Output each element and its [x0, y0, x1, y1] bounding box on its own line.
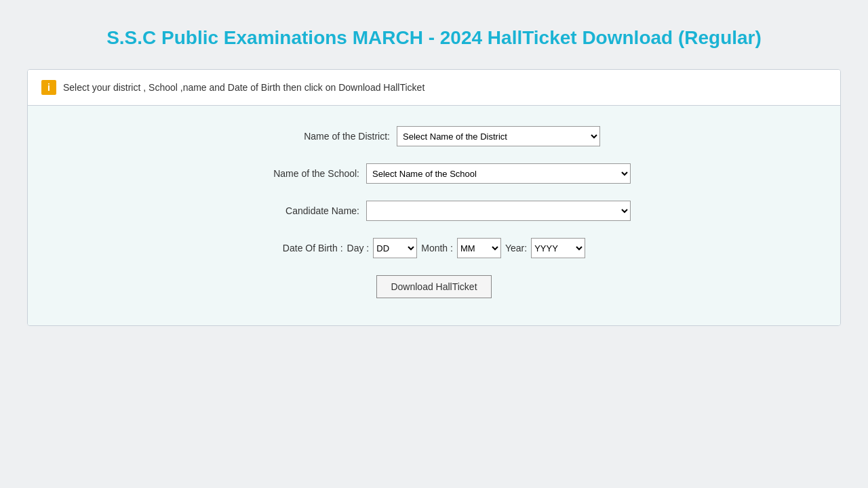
- day-select[interactable]: DD: [373, 238, 417, 258]
- district-label: Name of the District:: [268, 131, 390, 142]
- download-button[interactable]: Download HallTicket: [376, 275, 491, 298]
- candidate-label: Candidate Name:: [237, 205, 359, 216]
- main-card: i Select your district , School ,name an…: [27, 69, 841, 326]
- school-select[interactable]: Select Name of the School: [366, 163, 631, 184]
- dob-label: Date Of Birth :: [283, 243, 343, 253]
- candidate-select[interactable]: [366, 201, 631, 221]
- candidate-row: Candidate Name:: [41, 201, 827, 221]
- district-select[interactable]: Select Name of the District: [397, 126, 600, 146]
- dob-row: Date Of Birth : Day : DD Month : MM Year…: [41, 238, 827, 258]
- info-message: Select your district , School ,name and …: [63, 82, 425, 93]
- day-label: Day :: [347, 243, 370, 253]
- form-section: Name of the District: Select Name of the…: [28, 106, 840, 325]
- month-select[interactable]: MM: [457, 238, 501, 258]
- info-bar: i Select your district , School ,name an…: [28, 70, 840, 106]
- district-row: Name of the District: Select Name of the…: [41, 126, 827, 146]
- info-icon: i: [41, 80, 56, 95]
- school-label: Name of the School:: [237, 168, 359, 179]
- year-label: Year:: [505, 243, 527, 253]
- page-title: S.S.C Public Examinations MARCH - 2024 H…: [106, 27, 762, 49]
- year-select[interactable]: YYYY: [531, 238, 585, 258]
- school-row: Name of the School: Select Name of the S…: [41, 163, 827, 184]
- month-label: Month :: [421, 243, 453, 253]
- button-row: Download HallTicket: [41, 275, 827, 298]
